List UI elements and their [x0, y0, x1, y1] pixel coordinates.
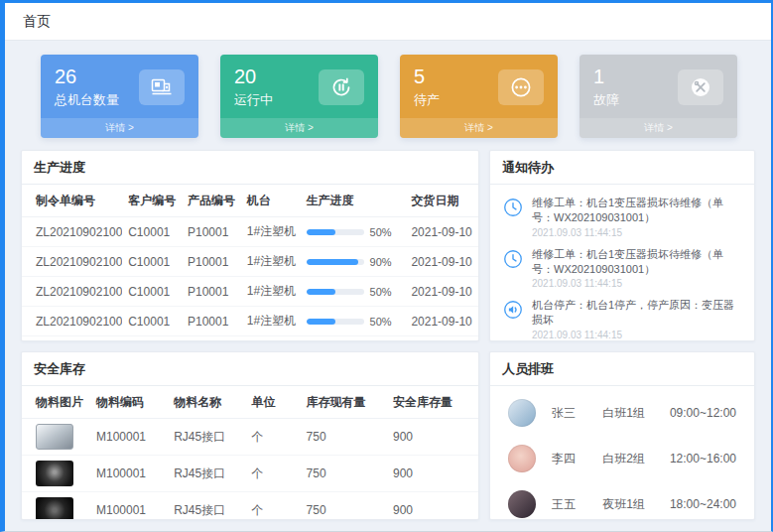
progress-bar: 50%: [307, 316, 400, 328]
notification-item[interactable]: 机台停产：机台1停产，停产原因：变压器损坏 2021.09.03 11:44:1…: [502, 293, 742, 341]
stock-quantity: 750: [301, 419, 387, 456]
production-table-row: ZL202109021001 C10001 P10001 1#注塑机 50% 2…: [22, 307, 478, 336]
column-header: 单位: [245, 386, 300, 419]
delivery-date: 2021-09-10: [405, 307, 478, 336]
staff-name: 王五: [552, 496, 602, 513]
product-no: P10001: [182, 217, 241, 247]
staff-time: 12:00~16:00: [670, 452, 736, 466]
stat-label: 运行中: [234, 91, 273, 109]
machine-name: 1#注塑机: [241, 217, 301, 247]
card-detail-link[interactable]: 详情 >: [580, 118, 737, 138]
inventory-table-row: M100001 RJ45接口 个 750 900: [22, 492, 478, 521]
notification-text: 机台停产：机台1停产，停产原因：变压器损坏: [532, 298, 742, 328]
stat-card[interactable]: 26 总机台数量: [41, 55, 198, 138]
stat-card[interactable]: 5 待产: [400, 55, 558, 138]
stat-label: 总机台数量: [55, 91, 119, 109]
material-code: M100001: [90, 492, 168, 521]
progress-bar: 90%: [307, 256, 400, 268]
stat-card-main: 26 总机台数量: [41, 55, 198, 118]
safety-quantity: 900: [387, 456, 478, 492]
order-no: ZL202109021001: [22, 277, 122, 307]
notification-item[interactable]: 维修工单：机台1变压器损坏待维修（单号：WX202109031001） 2021…: [502, 242, 742, 294]
stat-label: 故障: [593, 91, 619, 109]
notification-item[interactable]: 维修工单：机台1变压器损坏待维修（单号：WX202109031001） 2021…: [502, 191, 742, 242]
clock-icon: [502, 248, 524, 270]
material-name: RJ45接口: [168, 419, 245, 456]
production-table: 制令单编号 客户编号 产品编号 机台 生产进度 交货日期 ZL202109021…: [22, 185, 478, 341]
inventory-table-row: M100001 RJ45接口 个 750 900: [22, 456, 478, 492]
progress-value: 50%: [370, 226, 392, 238]
stat-icon-box: [139, 69, 185, 105]
progress-fill: [307, 319, 335, 325]
stat-card[interactable]: 1 故障: [580, 55, 737, 138]
material-unit: 个: [245, 492, 300, 521]
stat-card[interactable]: 20 运行中: [220, 55, 378, 138]
avatar: [508, 399, 536, 427]
product-no: P10001: [182, 307, 241, 336]
production-header-row: 制令单编号 客户编号 产品编号 机台 生产进度 交货日期: [22, 185, 478, 217]
stat-card-text: 26 总机台数量: [55, 66, 119, 109]
stat-cards-row: 26 总机台数量: [5, 41, 771, 150]
production-table-row: ZL202109021001 C10001 P10001 1#注塑机 50% 2…: [22, 336, 478, 342]
stat-value: 5: [414, 66, 440, 88]
inventory-panel: 安全库存 物料图片 物料编码 物料名称 单位 库存现有量 安全库存量 M1000…: [21, 351, 479, 520]
column-header: 生产进度: [301, 185, 406, 217]
progress-fill: [307, 229, 335, 235]
production-panel-title: 生产进度: [22, 151, 478, 185]
column-header: 机台: [241, 185, 301, 217]
progress-value: 50%: [370, 286, 392, 298]
title-bar: 首页: [5, 3, 771, 41]
ellipsis-icon: [509, 75, 533, 99]
material-image-cell: [22, 419, 90, 456]
avatar: [508, 490, 536, 518]
stock-quantity: 750: [301, 456, 387, 492]
inventory-table-body: M100001 RJ45接口 个 750 900 M100001 RJ45接口 …: [22, 419, 478, 521]
progress-cell: 50%: [301, 217, 406, 247]
material-image: [36, 424, 73, 450]
stat-card-text: 1 故障: [593, 66, 619, 109]
notification-text: 维修工单：机台1变压器损坏待维修（单号：WX202109031001）: [532, 247, 742, 277]
staff-shift: 白班1组: [602, 405, 670, 422]
staff-time: 09:00~12:00: [670, 406, 736, 420]
notification-body: 维修工单：机台1变压器损坏待维修（单号：WX202109031001） 2021…: [532, 247, 742, 290]
stat-icon-box: [498, 69, 544, 105]
progress-cell: 50%: [301, 277, 406, 307]
customer-no: C10001: [122, 336, 182, 342]
product-no: P10001: [182, 247, 241, 277]
notification-text: 维修工单：机台1变压器损坏待维修（单号：WX202109031001）: [532, 196, 742, 225]
progress-cell: 50%: [301, 307, 406, 336]
tools-icon: [689, 75, 712, 99]
material-image-cell: [22, 456, 90, 492]
notifications-panel-title: 通知待办: [490, 151, 754, 185]
production-table-row: ZL202109021001 C10001 P10001 1#注塑机 50% 2…: [22, 277, 478, 307]
stock-quantity: 750: [301, 492, 387, 521]
card-detail-link[interactable]: 详情 >: [41, 118, 198, 138]
material-image: [36, 497, 73, 520]
progress-bar: 50%: [307, 286, 400, 298]
machine-name: 1#注塑机: [241, 277, 301, 307]
material-image: [36, 461, 73, 486]
card-detail-link[interactable]: 详情 >: [220, 118, 378, 138]
material-name: RJ45接口: [168, 492, 245, 521]
inventory-header-row: 物料图片 物料编码 物料名称 单位 库存现有量 安全库存量: [22, 386, 478, 419]
column-header: 客户编号: [122, 185, 182, 217]
product-no: P10001: [182, 336, 241, 342]
product-no: P10001: [182, 277, 241, 307]
staff-name: 李四: [552, 451, 602, 467]
inventory-table: 物料图片 物料编码 物料名称 单位 库存现有量 安全库存量 M100001 RJ…: [22, 386, 478, 520]
column-header: 交货日期: [405, 185, 478, 217]
customer-no: C10001: [122, 307, 182, 336]
page-title: 首页: [23, 13, 51, 31]
staff-name: 张三: [552, 405, 602, 422]
stat-icon-box: [678, 69, 723, 105]
notification-body: 机台停产：机台1停产，停产原因：变压器损坏 2021.09.03 11:44:1…: [532, 298, 742, 340]
notification-time: 2021.09.03 11:44:15: [532, 278, 742, 289]
staff-row: 张三 白班1组 09:00~12:00: [490, 390, 754, 436]
staff-shift: 白班2组: [602, 451, 670, 467]
progress-track: [307, 229, 364, 235]
notification-body: 维修工单：机台1变压器损坏待维修（单号：WX202109031001） 2021…: [532, 196, 742, 238]
card-detail-link[interactable]: 详情 >: [400, 118, 558, 138]
material-unit: 个: [245, 456, 300, 492]
progress-value: 50%: [370, 316, 392, 328]
stat-value: 1: [593, 66, 619, 88]
